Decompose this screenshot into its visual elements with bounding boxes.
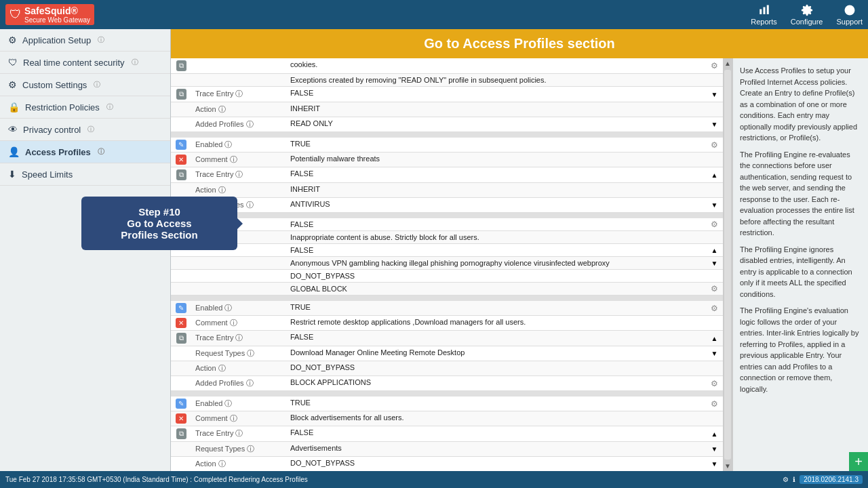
nav-support-label: Support [836, 18, 863, 26]
scroll-up-arrow[interactable]: ▲ [723, 58, 732, 68]
table-row: ✎ Enabled ⓘ TRUE ⚙ [171, 396, 723, 411]
separator [171, 213, 723, 218]
bottom-right: ⚙ ℹ 2018.0206.2141.3 [783, 475, 863, 484]
delete-icon[interactable]: ✕ [176, 155, 186, 165]
right-panel-para-4: The Profiling Engine's evaluation logic … [740, 305, 861, 394]
callout-line3: Profiles Section [94, 229, 171, 241]
logo-area: 🛡 SafeSquid® Secure Web Gateway [5, 4, 94, 25]
down-arrow-icon[interactable]: ▼ [711, 460, 718, 468]
gear-icon[interactable]: ⚙ [711, 284, 718, 293]
sidebar-item-speed-limits[interactable]: ⬇ Speed Limits [0, 163, 170, 186]
gear-icon[interactable]: ⚙ [711, 61, 718, 70]
bottom-bar: Tue Feb 27 2018 17:35:58 GMT+0530 (India… [0, 471, 868, 488]
down-arrow-icon[interactable]: ▼ [711, 201, 718, 209]
delete-icon[interactable]: ✕ [176, 318, 186, 328]
table-row: Exceptions created by removing "READ ONL… [171, 74, 723, 87]
table-row: Action ⓘ DO_NOT_BYPASS ▼ [171, 457, 723, 471]
table-row: ✕ Comment ⓘ Block advertisements for all… [171, 411, 723, 426]
content-area: Go to Access Profiles section ⧉ cookies.… [171, 29, 868, 471]
edit-icon[interactable]: ✎ [176, 140, 186, 150]
table-row: Added Profiles ⓘ READ ONLY ▼ [171, 117, 723, 132]
sidebar: ⚙ Application Setup ⓘ 🛡 Real time conten… [0, 29, 171, 471]
separator [171, 132, 723, 138]
copy-icon[interactable]: ⧉ [176, 333, 186, 344]
add-button[interactable]: + [849, 452, 868, 471]
sidebar-item-access-profiles[interactable]: 👤 Access Profiles ⓘ [0, 141, 170, 163]
sidebar-item-custom-settings[interactable]: ⚙ Custom Settings ⓘ [0, 74, 170, 96]
copy-icon[interactable]: ⧉ [176, 60, 186, 71]
sidebar-item-realtime[interactable]: 🛡 Real time content security ⓘ [0, 52, 170, 74]
settings-icon[interactable]: ⚙ [783, 476, 789, 483]
table-row: ✕ Comment ⓘ Potentially malware threats [171, 152, 723, 167]
help-icon-4: ⓘ [87, 125, 94, 134]
down-arrow-icon[interactable]: ▼ [711, 91, 718, 98]
sidebar-item-application-setup[interactable]: ⚙ Application Setup ⓘ [0, 29, 170, 52]
table-row: ⧉ Trace Entry ⓘ FALSE ▲ [171, 426, 723, 442]
edit-icon[interactable]: ✎ [176, 399, 186, 409]
down-arrow-icon[interactable]: ▼ [711, 260, 718, 267]
up-arrow-icon[interactable]: ▲ [711, 171, 718, 179]
help-icon-0: ⓘ [98, 35, 104, 45]
scroll-strip: ▲ ▼ [723, 58, 732, 471]
down-arrow-icon[interactable]: ▼ [711, 350, 718, 357]
scroll-down-arrow[interactable]: ▼ [723, 461, 732, 471]
down-arrow-icon[interactable]: ▼ [711, 445, 718, 453]
table-row: ✎ Enabled ⓘ TRUE ⚙ [171, 301, 723, 316]
gear-icon[interactable]: ⚙ [711, 140, 718, 150]
copy-icon[interactable]: ⧉ [176, 89, 186, 100]
top-nav: 🛡 SafeSquid® Secure Web Gateway Reports … [0, 0, 868, 29]
callout-line2: Go to Access [94, 218, 171, 229]
delete-icon[interactable]: ✕ [176, 413, 186, 424]
table-row: Request Types ⓘ Download Manager Online … [171, 346, 723, 361]
sidebar-item-label: Access Profiles [25, 147, 91, 157]
step-callout: Step #10 Go to Access Profiles Section [81, 197, 171, 250]
up-arrow-icon[interactable]: ▲ [711, 430, 718, 438]
logo-text: SafeSquid® [24, 5, 78, 16]
gear-icon[interactable]: ⚙ [711, 304, 718, 313]
help-icon-1: ⓘ [132, 58, 138, 67]
info-icon[interactable]: ℹ [793, 476, 795, 483]
copy-icon[interactable]: ⧉ [176, 169, 186, 180]
edit-icon[interactable]: ✎ [176, 303, 186, 313]
up-arrow-icon[interactable]: ▲ [711, 247, 718, 254]
privacy-icon: 👁 [8, 124, 18, 135]
sidebar-item-restriction[interactable]: 🔒 Restriction Policies ⓘ [0, 96, 170, 119]
nav-support[interactable]: Support [836, 4, 863, 26]
nav-configure[interactable]: Configure [791, 4, 823, 26]
shield-icon: 🛡 [9, 7, 22, 22]
realtime-icon: 🛡 [8, 57, 18, 68]
logo-box: 🛡 SafeSquid® Secure Web Gateway [5, 4, 94, 25]
nav-reports-label: Reports [751, 18, 777, 26]
table-row: Action ⓘ DO_NOT_BYPASS [171, 361, 723, 376]
sidebar-item-label: Privacy control [23, 125, 81, 135]
sidebar-item-label: Restriction Policies [25, 102, 100, 113]
gear-icon[interactable]: ⚙ [711, 399, 718, 409]
callout-line1: Step #10 [94, 206, 171, 218]
right-panel-para-1: Use Access Profiles to setup your Profil… [740, 65, 861, 144]
gear-icon[interactable]: ⚙ [711, 379, 718, 388]
down-arrow-icon[interactable]: ▼ [711, 121, 718, 128]
sidebar-item-label: Application Setup [22, 35, 91, 45]
table-row: Action ⓘ INHERIT [171, 183, 723, 198]
copy-icon[interactable]: ⧉ [176, 428, 186, 439]
gear-icon[interactable]: ⚙ [711, 220, 718, 229]
restriction-icon: 🔒 [8, 102, 20, 113]
table-row: ✎ Enabled ⓘ TRUE ⚙ [171, 138, 723, 152]
table-row: FALSE ▲ [171, 244, 723, 257]
table-row: DO_NOT_BYPASS [171, 270, 723, 283]
speed-limits-icon: ⬇ [8, 169, 16, 180]
sidebar-item-label: Real time content security [23, 58, 125, 68]
nav-reports[interactable]: Reports [751, 4, 777, 26]
right-panel-para-2: The Profiling Engine re-evaluates the co… [740, 149, 861, 239]
nav-right: Reports Configure Support [751, 4, 863, 26]
table-row: ⧉ cookies. ⚙ [171, 58, 723, 74]
table-row: Request Types ⓘ Advertisements ▼ [171, 442, 723, 457]
svg-rect-2 [766, 5, 768, 14]
version-badge: 2018.0206.2141.3 [800, 475, 863, 484]
up-arrow-icon[interactable]: ▲ [711, 335, 718, 342]
custom-settings-icon: ⚙ [8, 79, 17, 90]
sidebar-item-privacy[interactable]: 👁 Privacy control ⓘ [0, 119, 170, 141]
table-row: ⧉ Trace Entry ⓘ FALSE ▲ [171, 331, 723, 346]
table-row: ✕ Comment ⓘ Restrict remote desktop appl… [171, 316, 723, 331]
table-row: ⧉ Trace Entry ⓘ FALSE ▼ [171, 87, 723, 102]
